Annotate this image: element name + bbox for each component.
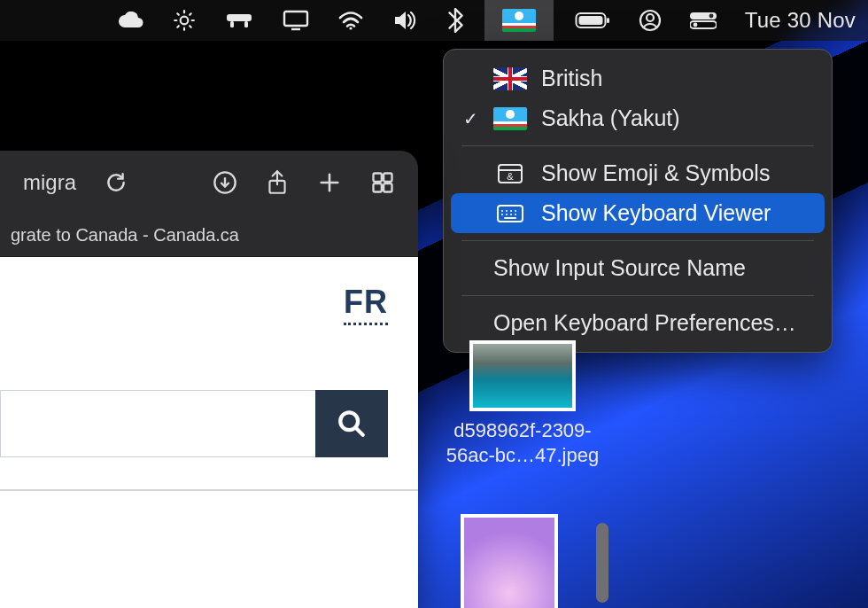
flag-sakha-icon (502, 9, 536, 32)
browser-window: migra grate to Canada - Canada.ca FR (0, 151, 418, 608)
input-source-british[interactable]: British (451, 58, 825, 98)
desktop-file-jpeg[interactable]: d598962f-2309-56ac-bc…47.jpeg (443, 340, 602, 467)
separator (461, 295, 814, 296)
menu-item-label: Show Input Source Name (493, 255, 746, 281)
separator (461, 240, 814, 241)
svg-line-7 (177, 26, 179, 27)
share-button[interactable] (266, 169, 289, 196)
svg-rect-12 (284, 12, 307, 26)
svg-rect-27 (498, 206, 523, 222)
symbols-window-icon: & (497, 163, 523, 184)
tab-title: grate to Canada - Canada.ca (11, 225, 239, 246)
keyboard-icon (496, 203, 524, 224)
input-source-label: British (541, 66, 602, 91)
open-keyboard-preferences[interactable]: Open Keyboard Preferences… (451, 303, 825, 343)
show-input-source-name[interactable]: Show Input Source Name (451, 248, 825, 288)
svg-point-19 (647, 14, 654, 21)
show-emoji-symbols[interactable]: & Show Emoji & Symbols (451, 153, 825, 193)
divider (0, 489, 418, 491)
search-button[interactable] (315, 390, 388, 457)
language-switch-fr[interactable]: FR (344, 284, 388, 325)
svg-text:&: & (507, 171, 514, 182)
tab-overview-button[interactable] (370, 170, 395, 195)
svg-rect-45 (384, 183, 391, 191)
flag-uk-icon (493, 67, 527, 90)
checkmark-icon: ✓ (461, 108, 479, 129)
menubar-clock[interactable]: Tue 30 Nov (745, 8, 856, 33)
svg-rect-10 (230, 21, 234, 27)
svg-point-21 (709, 14, 713, 19)
file-name: d598962f-2309-56ac-bc…47.jpeg (443, 418, 602, 467)
volume-icon[interactable] (392, 10, 419, 31)
search-input[interactable] (0, 390, 315, 457)
svg-rect-43 (384, 174, 391, 182)
svg-line-5 (177, 13, 179, 15)
battery-icon[interactable] (575, 12, 610, 29)
svg-point-0 (180, 17, 188, 25)
svg-point-14 (349, 27, 352, 29)
menu-item-label: Open Keyboard Preferences… (493, 310, 796, 336)
display-icon[interactable] (283, 10, 309, 31)
separator (461, 145, 814, 146)
control-center-icon[interactable] (690, 12, 717, 29)
search-icon (337, 409, 367, 439)
svg-rect-16 (578, 16, 602, 25)
input-source-dropdown: British ✓ Sakha (Yakut) & Show Emoji & S… (443, 49, 833, 353)
site-search (0, 390, 388, 457)
input-source-menubar[interactable] (484, 0, 554, 41)
svg-line-6 (190, 26, 191, 27)
file-thumbnail (461, 514, 558, 608)
input-source-label: Sakha (Yakut) (541, 105, 680, 131)
scrollbar-thumb[interactable] (596, 523, 608, 603)
browser-toolbar: migra (0, 151, 418, 214)
downloads-button[interactable] (213, 170, 237, 195)
menu-item-label: Show Keyboard Viewer (541, 200, 771, 226)
svg-rect-11 (244, 21, 248, 27)
svg-line-47 (355, 427, 363, 435)
brightness-icon[interactable] (173, 9, 196, 32)
tab-bar: grate to Canada - Canada.ca (0, 214, 418, 257)
svg-rect-9 (227, 14, 252, 21)
menubar: Tue 30 Nov (0, 0, 868, 41)
page-content: FR (0, 257, 418, 608)
wifi-icon[interactable] (337, 11, 364, 30)
file-thumbnail (469, 340, 576, 411)
menu-item-label: Show Emoji & Symbols (541, 160, 770, 186)
bluetooth-icon[interactable] (447, 8, 463, 33)
new-tab-button[interactable] (317, 170, 342, 195)
flag-sakha-icon (493, 107, 527, 130)
desk-icon[interactable] (224, 11, 254, 30)
user-icon[interactable] (639, 9, 662, 32)
svg-rect-17 (607, 18, 609, 23)
svg-line-8 (190, 13, 191, 15)
svg-rect-44 (374, 183, 382, 191)
browser-tab[interactable]: grate to Canada - Canada.ca (0, 214, 418, 256)
desktop-file-image[interactable] (461, 514, 558, 608)
svg-rect-42 (374, 174, 382, 182)
cloud-icon[interactable] (118, 12, 144, 29)
show-keyboard-viewer[interactable]: Show Keyboard Viewer (451, 193, 825, 233)
reload-button[interactable] (105, 171, 128, 194)
url-fragment[interactable]: migra (23, 170, 76, 195)
input-source-sakha[interactable]: ✓ Sakha (Yakut) (451, 98, 825, 138)
svg-point-23 (693, 23, 697, 27)
